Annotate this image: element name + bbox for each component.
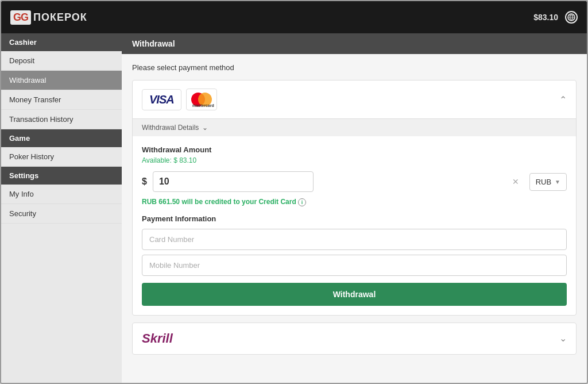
withdrawal-button[interactable]: Withdrawal (142, 283, 567, 306)
conversion-suffix: will be credited to your Credit Card (181, 198, 296, 206)
logo: GG ПОКЕРОК (10, 10, 87, 25)
withdrawal-details-label: Withdrawal Details (142, 124, 199, 132)
sidebar-section-settings: Settings (1, 167, 122, 185)
currency-dropdown-arrow: ▼ (555, 179, 560, 185)
amount-row: $ ✕ RUB ▼ (142, 171, 567, 192)
balance-display: $83.10 (533, 13, 558, 22)
topbar-right: $83.10 (533, 11, 578, 24)
withdrawal-amount-title: Withdrawal Amount (142, 145, 567, 154)
payment-card-body: Withdrawal Amount Available: $ 83.10 $ ✕ (133, 136, 576, 315)
visa-logo: VISA (142, 89, 181, 110)
sidebar-item-transaction-history[interactable]: Transaction History (1, 110, 122, 129)
available-text: Available: $ 83.10 (142, 156, 567, 164)
sidebar-section-game: Game (1, 129, 122, 147)
amount-input-wrap: ✕ (153, 171, 524, 192)
clear-amount-button[interactable]: ✕ (512, 177, 519, 186)
payment-logos: VISA mastercard (142, 89, 217, 110)
logo-gg: GG (10, 10, 31, 25)
payment-info-title: Payment Information (142, 214, 567, 223)
currency-select[interactable]: RUB ▼ (529, 173, 567, 191)
sidebar-item-money-transfer[interactable]: Money Transfer (1, 90, 122, 110)
amount-input[interactable] (153, 171, 314, 192)
mobile-number-input[interactable] (142, 255, 567, 276)
conversion-amount: RUB 661.50 (142, 198, 180, 206)
logo-text: ПОКЕРОК (33, 11, 87, 24)
skrill-card: Skrill ⌄ (132, 322, 577, 355)
content-header: Withdrawal (122, 33, 587, 54)
sidebar: Cashier Deposit Withdrawal Money Transfe… (1, 33, 122, 383)
main-layout: Cashier Deposit Withdrawal Money Transfe… (1, 33, 587, 383)
content-body: Please select payment method VISA master… (122, 54, 587, 364)
content-area: Withdrawal Please select payment method … (122, 33, 587, 383)
withdrawal-details-chevron: ⌄ (202, 124, 208, 132)
withdrawal-details-bar[interactable]: Withdrawal Details ⌄ (133, 118, 576, 136)
skrill-logo: Skrill (142, 331, 173, 346)
currency-label: RUB (536, 178, 551, 186)
available-label: Available: (142, 156, 172, 164)
select-method-label: Please select payment method (132, 63, 577, 72)
globe-icon[interactable] (565, 11, 578, 24)
sidebar-item-security[interactable]: Security (1, 204, 122, 224)
sidebar-section-cashier: Cashier (1, 33, 122, 51)
mc-text: mastercard (192, 103, 214, 107)
mastercard-logo: mastercard (186, 89, 217, 110)
topbar: GG ПОКЕРОК $83.10 (1, 1, 587, 33)
app-window: GG ПОКЕРОК $83.10 Cashier Deposit Wit (0, 0, 588, 384)
info-icon[interactable]: i (298, 198, 306, 206)
skrill-expand-button[interactable]: ⌄ (559, 333, 567, 344)
dollar-sign: $ (142, 176, 147, 187)
visa-mc-card-header: VISA mastercard ⌃ (133, 80, 576, 118)
collapse-button[interactable]: ⌃ (559, 94, 567, 105)
visa-mc-card: VISA mastercard ⌃ Withdrawal Details ⌄ (132, 80, 577, 316)
conversion-note: RUB 661.50 will be credited to your Cred… (142, 198, 567, 206)
card-number-input[interactable] (142, 229, 567, 250)
sidebar-item-my-info[interactable]: My Info (1, 185, 122, 204)
sidebar-item-poker-history[interactable]: Poker History (1, 147, 122, 167)
sidebar-item-withdrawal[interactable]: Withdrawal (1, 71, 122, 90)
sidebar-item-deposit[interactable]: Deposit (1, 51, 122, 71)
available-amount: $ 83.10 (173, 156, 196, 164)
